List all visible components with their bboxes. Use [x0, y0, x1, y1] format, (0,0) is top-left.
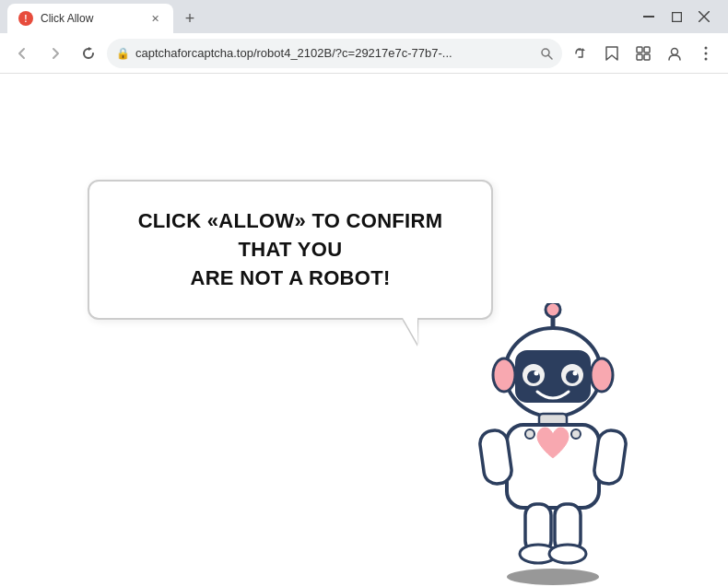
robot-svg [465, 303, 640, 570]
svg-line-5 [548, 55, 552, 59]
active-tab[interactable]: ! Click Allow ✕ [7, 4, 173, 33]
search-icon [540, 47, 553, 60]
svg-point-26 [573, 371, 578, 376]
robot-shadow [507, 569, 599, 585]
svg-rect-10 [644, 54, 650, 60]
tab-close-button[interactable]: ✕ [147, 11, 162, 26]
minimize-button[interactable] [636, 4, 662, 29]
svg-rect-8 [644, 47, 650, 53]
svg-rect-30 [593, 429, 628, 486]
maximize-button[interactable] [663, 4, 689, 29]
svg-rect-7 [637, 47, 642, 53]
svg-point-19 [591, 358, 613, 392]
toolbar: 🔒 captchaforcaptcha.top/robot4_2102B/?c=… [0, 33, 728, 74]
bubble-line1: CLICK «ALLOW» TO CONFIRM THAT YOU [138, 209, 443, 261]
url-display: captchaforcaptcha.top/robot4_2102B/?c=29… [135, 46, 534, 60]
title-bar: ! Click Allow ✕ + [0, 0, 728, 33]
page-content: CLICK «ALLOW» TO CONFIRM THAT YOU ARE NO… [0, 74, 728, 587]
svg-marker-6 [606, 47, 617, 60]
toolbar-right [566, 39, 721, 68]
svg-rect-0 [643, 16, 654, 18]
speech-bubble: CLICK «ALLOW» TO CONFIRM THAT YOU ARE NO… [88, 180, 493, 320]
tab-title: Click Allow [41, 12, 140, 25]
tab-favicon: ! [18, 11, 33, 26]
svg-point-35 [525, 429, 534, 439]
reload-button[interactable] [74, 39, 103, 68]
lock-icon: 🔒 [116, 47, 130, 60]
forward-button[interactable] [41, 39, 70, 68]
svg-rect-1 [672, 12, 681, 21]
svg-point-36 [571, 429, 581, 439]
svg-point-34 [549, 545, 586, 563]
svg-point-12 [705, 46, 708, 49]
robot-illustration [452, 301, 654, 587]
svg-point-13 [705, 52, 708, 54]
browser-window: ! Click Allow ✕ + [0, 0, 728, 587]
svg-point-25 [534, 371, 539, 376]
menu-button[interactable] [691, 39, 721, 68]
new-tab-button[interactable]: + [177, 6, 203, 31]
svg-rect-29 [478, 429, 513, 486]
svg-point-14 [705, 57, 708, 60]
close-button[interactable] [691, 4, 717, 29]
back-button[interactable] [7, 39, 37, 68]
svg-rect-9 [637, 54, 642, 60]
window-controls [636, 4, 721, 29]
share-button[interactable] [566, 39, 595, 68]
profile-button[interactable] [660, 39, 689, 68]
tab-strip: ! Click Allow ✕ + [7, 0, 636, 33]
bubble-text: CLICK «ALLOW» TO CONFIRM THAT YOU ARE NO… [119, 207, 462, 292]
svg-point-18 [493, 358, 515, 392]
bookmark-button[interactable] [597, 39, 627, 68]
svg-point-16 [546, 303, 560, 317]
address-bar[interactable]: 🔒 captchaforcaptcha.top/robot4_2102B/?c=… [107, 39, 562, 68]
bubble-line2: ARE NOT A ROBOT! [190, 266, 390, 289]
extensions-button[interactable] [628, 39, 658, 68]
svg-point-11 [672, 48, 678, 54]
